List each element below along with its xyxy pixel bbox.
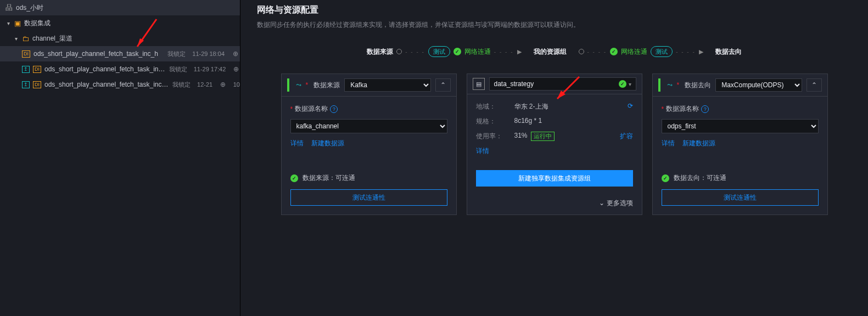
flow-diagram: 数据来源 - - - - 测试 ✓ 网络连通 - - - - ▶ 我的资源组 -… — [257, 46, 852, 57]
label-text: 数据源名称 — [295, 104, 328, 114]
rg-panel-header: ▤ data_strategy✓▾ — [467, 74, 642, 94]
flow-dash: - - - - — [405, 49, 425, 55]
tree-folder-data-integration[interactable]: ▾ ▣ 数据集成 — [0, 15, 240, 31]
destination-panel: ⤳ * 数据去向 MaxCompute(ODPS) ⌃ * 数据源名称 ? od… — [652, 74, 828, 215]
network-connected-label: 网络连通 — [464, 47, 491, 57]
usage-value: 31% — [514, 132, 528, 141]
help-icon[interactable]: ? — [330, 105, 338, 113]
accent-bar — [658, 78, 660, 92]
chevron-up-icon: ⌃ — [440, 81, 446, 89]
task-label: ods_short_play_channel_fetch_task_inc_h_… — [44, 65, 166, 73]
test-button-right[interactable]: 测试 — [651, 46, 673, 57]
task-time: 11-29 17:42 — [194, 66, 226, 72]
usage-key: 使用率： — [476, 132, 514, 141]
main-content: 网络与资源配置 数据同步任务的执行必须经过资源组来实现，请选择资源组，并保证资源… — [240, 0, 868, 316]
ok-check-icon: ✓ — [610, 48, 618, 55]
flow-dash: - - - - — [587, 49, 607, 55]
required-star-icon: * — [290, 105, 293, 113]
folder-icon: ▣ — [14, 19, 21, 27]
refresh-icon[interactable]: ⟳ — [628, 102, 633, 111]
detail-link[interactable]: 详情 — [290, 139, 304, 148]
lock-meta: 我锁定 — [167, 50, 186, 58]
region-value: 华东 2-上海 — [514, 102, 548, 111]
folder-icon: 🗀 — [22, 35, 29, 43]
node-icon: 品 — [5, 3, 13, 13]
source-panel-header: ⤳ * 数据来源 Kafka ⌃ — [282, 74, 456, 97]
required-star-icon: * — [306, 81, 309, 89]
file-tree-sidebar: 品 ods_小时 ▾ ▣ 数据集成 ▾ 🗀 channel_渠道 DI ods_… — [0, 0, 240, 316]
datasource-name-label: * 数据源名称 ? — [662, 104, 819, 114]
dest-panel-footer: ✓ 数据去向：可连通 测试连通性 — [653, 167, 827, 215]
target-icon[interactable]: ⊕ — [231, 50, 240, 58]
accent-bar — [287, 78, 289, 92]
lock-meta: 我锁定 — [172, 81, 191, 89]
tree-root-label: ods_小时 — [16, 3, 43, 13]
tree-item-task-copy[interactable]: ↥ DI ods_short_play_channel_fetch_task_i… — [0, 61, 240, 77]
chevron-up-icon: ⌃ — [811, 81, 817, 89]
new-datasource-link[interactable]: 新建数据源 — [311, 139, 344, 148]
flow-dest-label: 数据去向 — [715, 47, 742, 57]
chevron-down-icon: ▾ — [629, 81, 631, 87]
resource-group-icon: ▤ — [473, 78, 485, 90]
target-icon[interactable]: ⊕ — [219, 81, 227, 88]
task-time-extra: 10 — [233, 81, 240, 88]
resource-group-panel: ▤ data_strategy✓▾ 地域：华东 2-上海⟳ 规格：8c16g *… — [467, 74, 642, 215]
datasource-name-label: * 数据源名称 ? — [290, 104, 447, 114]
tree-root[interactable]: 品 ods_小时 — [0, 0, 240, 15]
new-datasource-link[interactable]: 新建数据源 — [682, 139, 715, 148]
collapse-button[interactable]: ⌃ — [807, 78, 822, 92]
tree-item-task-history[interactable]: ↥ DI ods_short_play_channel_fetch_task_i… — [0, 77, 240, 92]
flow-dash: - - - - — [494, 49, 514, 55]
create-resource-group-button[interactable]: 新建独享数据集成资源组 — [476, 170, 633, 187]
ok-check-icon: ✓ — [619, 80, 626, 88]
caret-down-icon: ▾ — [5, 20, 11, 26]
test-button-left[interactable]: 测试 — [428, 46, 450, 57]
lock-meta: 我锁定 — [169, 65, 187, 74]
spec-value: 8c16g * 1 — [514, 117, 542, 126]
task-time: 11-29 18:04 — [192, 50, 225, 57]
more-options-text: 更多选项 — [607, 199, 633, 207]
folder-label: channel_渠道 — [32, 34, 72, 43]
tree-folder-channel[interactable]: ▾ 🗀 channel_渠道 — [0, 31, 240, 46]
expand-link[interactable]: 扩容 — [620, 132, 633, 141]
flow-rg-label: 我的资源组 — [534, 47, 567, 57]
arrow-right-icon: ▶ — [517, 48, 522, 55]
source-label: 数据来源 — [313, 81, 340, 90]
connection-status: 数据来源：可连通 — [303, 173, 355, 183]
test-connection-button[interactable]: 测试连通性 — [290, 189, 447, 206]
required-star-icon: * — [677, 81, 680, 89]
test-connection-button[interactable]: 测试连通性 — [662, 189, 819, 206]
flow-node-icon — [396, 49, 402, 54]
dest-label: 数据去向 — [685, 81, 711, 90]
dest-type-select[interactable]: MaxCompute(ODPS) — [715, 78, 802, 92]
rg-panel-body: 地域：华东 2-上海⟳ 规格：8c16g * 1 使用率：31%运行中扩容 详情 — [467, 94, 642, 163]
detail-link[interactable]: 详情 — [662, 139, 675, 148]
page-title: 网络与资源配置 — [257, 4, 852, 16]
running-badge: 运行中 — [531, 132, 555, 141]
help-icon[interactable]: ? — [701, 105, 709, 113]
resource-group-select[interactable]: data_strategy✓▾ — [489, 77, 636, 91]
arrow-right-icon: ▶ — [699, 48, 703, 55]
di-badge-icon: DI — [33, 66, 41, 73]
more-options-link[interactable]: ⌄ 更多选项 — [467, 195, 642, 215]
source-panel-body: * 数据源名称 ? kafka_channel 详情 新建数据源 — [282, 97, 456, 167]
collapse-button[interactable]: ⌃ — [435, 78, 451, 92]
datasource-name-select[interactable]: kafka_channel — [290, 119, 447, 133]
di-badge-icon: DI — [33, 81, 41, 88]
source-type-select[interactable]: Kafka — [344, 78, 430, 92]
tree-item-task[interactable]: DI ods_short_play_channel_fetch_task_inc… — [0, 46, 240, 61]
ok-check-icon: ✓ — [290, 174, 298, 182]
connection-status: 数据去向：可连通 — [674, 173, 726, 183]
route-icon: ⤳ — [296, 81, 301, 89]
task-time: 12-21 — [197, 81, 212, 88]
flow-source-label: 数据来源 — [367, 47, 393, 57]
flow-node-icon — [579, 49, 584, 54]
flow-dash: - - - - — [676, 49, 696, 55]
datasource-name-select[interactable]: odps_first — [662, 119, 819, 133]
network-connected-label: 网络连通 — [621, 47, 647, 57]
page-description: 数据同步任务的执行必须经过资源组来实现，请选择资源组，并保证资源组与读写两端的数… — [257, 20, 852, 30]
upload-badge-icon: ↥ — [22, 81, 30, 88]
detail-link[interactable]: 详情 — [476, 146, 489, 156]
target-icon[interactable]: ⊕ — [232, 65, 240, 73]
rg-panel-footer: 新建独享数据集成资源组 — [467, 163, 642, 195]
